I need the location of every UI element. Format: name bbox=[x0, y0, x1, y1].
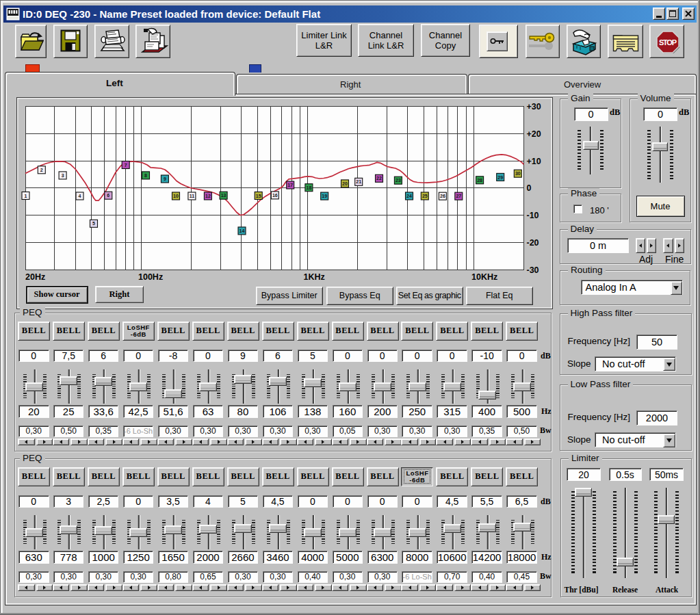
svg-text:26: 26 bbox=[440, 194, 445, 198]
svg-text:-20: -20 bbox=[527, 238, 539, 248]
svg-text:13: 13 bbox=[221, 193, 226, 198]
svg-text:25: 25 bbox=[422, 194, 428, 198]
svg-text:10: 10 bbox=[173, 194, 179, 198]
svg-text:+30: +30 bbox=[527, 102, 541, 112]
svg-text:27: 27 bbox=[456, 194, 461, 198]
svg-text:19: 19 bbox=[322, 194, 327, 198]
svg-text:18: 18 bbox=[307, 185, 312, 190]
svg-text:15: 15 bbox=[256, 194, 261, 198]
svg-text:STOP: STOP bbox=[659, 38, 677, 47]
svg-text:+10: +10 bbox=[527, 157, 541, 166]
svg-text:17: 17 bbox=[287, 183, 293, 187]
svg-text:5: 5 bbox=[92, 221, 95, 226]
svg-text:16: 16 bbox=[272, 193, 278, 198]
svg-text:10KHz: 10KHz bbox=[471, 272, 497, 282]
svg-text:20: 20 bbox=[342, 181, 348, 186]
svg-text:-30: -30 bbox=[527, 265, 539, 275]
svg-text:24: 24 bbox=[406, 194, 412, 198]
svg-text:7: 7 bbox=[125, 163, 127, 168]
svg-text:30: 30 bbox=[515, 171, 521, 176]
svg-text:1KHz: 1KHz bbox=[304, 272, 325, 282]
svg-text:20Hz: 20Hz bbox=[25, 272, 45, 282]
svg-text:22: 22 bbox=[376, 176, 382, 181]
svg-text:12: 12 bbox=[205, 194, 211, 198]
svg-text:11: 11 bbox=[190, 194, 195, 198]
svg-text:100Hz: 100Hz bbox=[138, 272, 163, 282]
svg-text:14: 14 bbox=[239, 228, 245, 233]
svg-text:23: 23 bbox=[396, 178, 401, 183]
svg-text:+20: +20 bbox=[527, 129, 541, 139]
svg-text:29: 29 bbox=[497, 175, 503, 180]
svg-text:0: 0 bbox=[527, 183, 532, 193]
svg-text:3: 3 bbox=[62, 173, 64, 178]
svg-text:21: 21 bbox=[356, 179, 361, 184]
svg-text:1: 1 bbox=[25, 194, 27, 198]
svg-text:8: 8 bbox=[144, 173, 147, 178]
svg-text:6: 6 bbox=[107, 193, 109, 198]
svg-text:4: 4 bbox=[79, 194, 81, 198]
svg-text:-10: -10 bbox=[527, 211, 539, 220]
svg-text:9: 9 bbox=[164, 176, 166, 181]
svg-text:28: 28 bbox=[477, 178, 482, 183]
svg-text:2: 2 bbox=[40, 168, 43, 172]
